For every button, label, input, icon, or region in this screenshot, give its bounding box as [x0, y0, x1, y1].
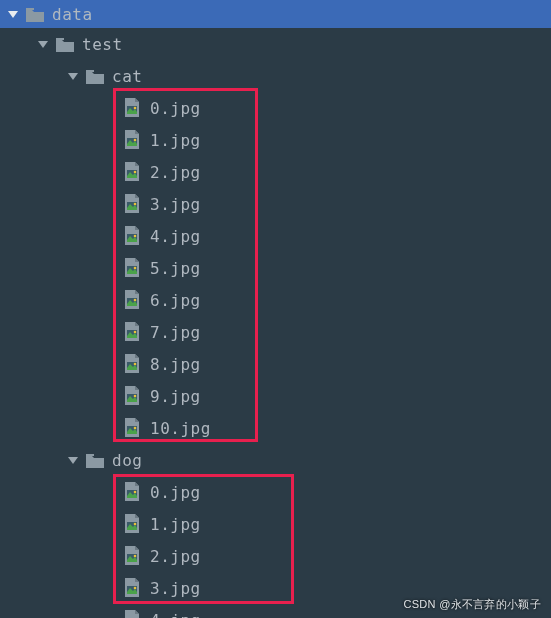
chevron-down-icon — [36, 37, 50, 51]
file-label: 3.jpg — [150, 195, 201, 214]
image-file-icon — [124, 290, 140, 310]
image-file-icon — [124, 322, 140, 342]
image-file-icon — [124, 578, 140, 598]
tree-row-folder-test[interactable]: test — [0, 28, 551, 60]
svg-point-1 — [134, 107, 137, 110]
file-label: 3.jpg — [150, 579, 201, 598]
tree-row-file[interactable]: 1.jpg — [0, 124, 551, 156]
tree-row-file[interactable]: 9.jpg — [0, 380, 551, 412]
chevron-down-icon — [6, 7, 20, 21]
folder-label: dog — [112, 451, 142, 470]
image-file-icon — [124, 482, 140, 502]
folder-icon — [26, 7, 44, 21]
folder-icon — [56, 37, 74, 51]
file-label: 4.jpg — [150, 611, 201, 619]
tree-row-file[interactable]: 0.jpg — [0, 476, 551, 508]
tree-row-file[interactable]: 7.jpg — [0, 316, 551, 348]
file-label: 8.jpg — [150, 355, 201, 374]
folder-icon — [86, 69, 104, 83]
chevron-down-icon — [66, 69, 80, 83]
file-label: 9.jpg — [150, 387, 201, 406]
folder-icon — [86, 453, 104, 467]
tree-row-file[interactable]: 10.jpg — [0, 412, 551, 444]
file-label: 4.jpg — [150, 227, 201, 246]
svg-point-23 — [134, 491, 137, 494]
file-label: 1.jpg — [150, 131, 201, 150]
image-file-icon — [124, 258, 140, 278]
tree-row-folder-dog[interactable]: dog — [0, 444, 551, 476]
tree-row-file[interactable]: 5.jpg — [0, 252, 551, 284]
file-label: 6.jpg — [150, 291, 201, 310]
svg-point-17 — [134, 363, 137, 366]
svg-point-9 — [134, 235, 137, 238]
svg-point-7 — [134, 203, 137, 206]
svg-point-21 — [134, 427, 137, 430]
image-file-icon — [124, 162, 140, 182]
file-label: 2.jpg — [150, 163, 201, 182]
tree-row-folder-cat[interactable]: cat — [0, 60, 551, 92]
tree-row-file[interactable]: 6.jpg — [0, 284, 551, 316]
tree-row-file[interactable]: 2.jpg — [0, 156, 551, 188]
image-file-icon — [124, 546, 140, 566]
image-file-icon — [124, 610, 140, 618]
tree-row-root[interactable]: data — [0, 0, 551, 28]
file-label: 0.jpg — [150, 99, 201, 118]
svg-point-27 — [134, 555, 137, 558]
tree-row-file[interactable]: 3.jpg — [0, 188, 551, 220]
image-file-icon — [124, 354, 140, 374]
tree-row-file[interactable]: 2.jpg — [0, 540, 551, 572]
image-file-icon — [124, 130, 140, 150]
file-label: 5.jpg — [150, 259, 201, 278]
file-label: 0.jpg — [150, 483, 201, 502]
folder-label: cat — [112, 67, 142, 86]
chevron-down-icon — [66, 453, 80, 467]
file-label: 2.jpg — [150, 547, 201, 566]
svg-point-5 — [134, 171, 137, 174]
watermark: CSDN @永不言弃的小颖子 — [403, 597, 541, 612]
folder-label: test — [82, 35, 123, 54]
tree-row-file[interactable]: 4.jpg — [0, 220, 551, 252]
tree-row-file[interactable]: 8.jpg — [0, 348, 551, 380]
svg-point-25 — [134, 523, 137, 526]
folder-label: data — [52, 5, 93, 24]
svg-point-15 — [134, 331, 137, 334]
image-file-icon — [124, 194, 140, 214]
svg-point-11 — [134, 267, 137, 270]
tree-row-file[interactable]: 1.jpg — [0, 508, 551, 540]
file-label: 1.jpg — [150, 515, 201, 534]
svg-point-13 — [134, 299, 137, 302]
svg-point-29 — [134, 587, 137, 590]
file-label: 10.jpg — [150, 419, 211, 438]
image-file-icon — [124, 514, 140, 534]
image-file-icon — [124, 98, 140, 118]
svg-point-19 — [134, 395, 137, 398]
svg-point-3 — [134, 139, 137, 142]
tree-row-file[interactable]: 0.jpg — [0, 92, 551, 124]
file-label: 7.jpg — [150, 323, 201, 342]
image-file-icon — [124, 418, 140, 438]
image-file-icon — [124, 386, 140, 406]
image-file-icon — [124, 226, 140, 246]
